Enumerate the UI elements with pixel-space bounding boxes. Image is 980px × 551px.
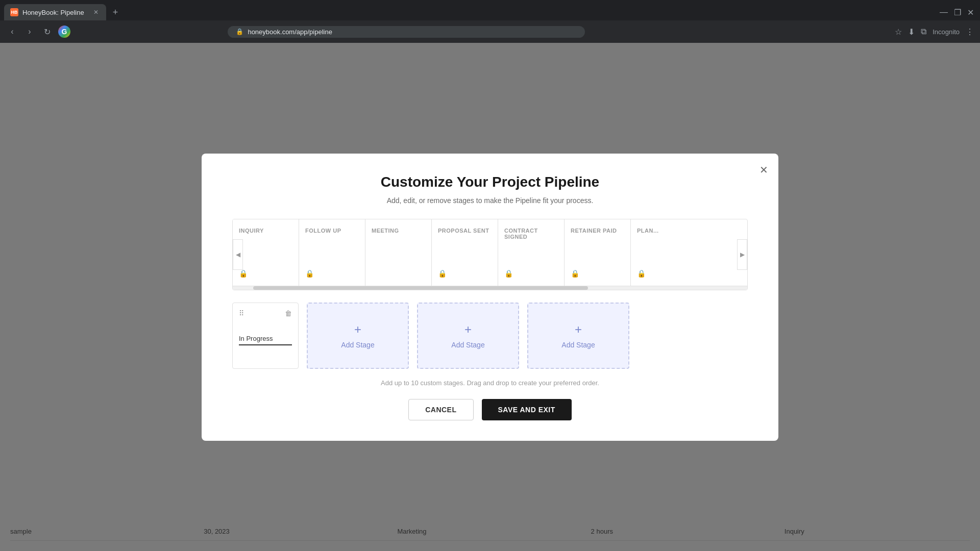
stage-name-label: PLAN... [637,228,691,234]
address-bar[interactable]: 🔒 honeybook.com/app/pipeline [228,26,585,38]
add-stage-plus-icon-3: + [575,322,582,337]
stage-name-label: CONTRACT SIGNED [504,228,558,240]
pipeline-stages-strip: ◀ INQUIRY 🔒 FOLLOW UP 🔒 MEETING PROPOSAL… [232,219,748,290]
new-tab-button[interactable]: + [108,5,122,19]
tab-title: HoneyBook: Pipeline [22,9,84,16]
add-stage-button-3[interactable]: + Add Stage [527,303,629,369]
modal-title: Customize Your Project Pipeline [232,174,748,190]
add-stage-label-1: Add Stage [341,341,374,349]
add-stage-plus-icon-2: + [464,322,472,337]
pipeline-stage-card: RETAINER PAID 🔒 [565,219,631,286]
stage-lock-icon: 🔒 [305,269,359,278]
url-text: honeybook.com/app/pipeline [248,28,332,36]
add-stage-label-3: Add Stage [561,341,595,349]
stage-name-label: PROPOSAL SENT [438,228,492,234]
stage-name-label: INQUIRY [239,228,292,234]
save-and-exit-button[interactable]: SAVE AND EXIT [482,399,572,420]
back-button[interactable]: ‹ [6,26,18,38]
download-button[interactable]: ⬇ [908,27,915,37]
pipeline-stage-card: PLAN... 🔒 [631,219,697,286]
ssl-lock-icon: 🔒 [236,28,243,35]
pipeline-stage-card: CONTRACT SIGNED 🔒 [498,219,565,286]
pipeline-stage-card: FOLLOW UP 🔒 [299,219,365,286]
window-close-button[interactable]: ✕ [967,8,974,17]
strip-scroll-left-button[interactable]: ◀ [233,239,243,270]
helper-text: Add up to 10 custom stages. Drag and dro… [232,379,748,387]
modal-overlay: ✕ Customize Your Project Pipeline Add, e… [0,43,980,551]
google-icon[interactable]: G [58,26,70,38]
add-stage-button-1[interactable]: + Add Stage [307,303,409,369]
add-stage-plus-icon-1: + [354,322,361,337]
stage-lock-icon: 🔒 [571,269,624,278]
stages-list: INQUIRY 🔒 FOLLOW UP 🔒 MEETING PROPOSAL S… [233,219,747,286]
bookmark-button[interactable]: ☆ [895,27,902,37]
maximize-button[interactable]: ❐ [954,8,961,17]
stage-lock-icon: 🔒 [438,269,492,278]
delete-stage-button[interactable]: 🗑 [285,309,292,317]
custom-stages-section: ⠿ 🗑 + Add Stage + Add Stage + Add Stage [232,303,748,369]
drag-handle-icon[interactable]: ⠿ [239,309,244,317]
stage-lock-icon: 🔒 [504,269,558,278]
modal-actions: CANCEL SAVE AND EXIT [232,399,748,420]
stage-edit-card: ⠿ 🗑 [232,303,299,369]
refresh-button[interactable]: ↻ [41,26,53,38]
incognito-label: Incognito [933,28,960,36]
cancel-button[interactable]: CANCEL [408,399,473,420]
strip-scrollbar[interactable] [233,286,747,290]
stage-lock-icon: 🔒 [239,269,292,278]
pipeline-stage-card: PROPOSAL SENT 🔒 [432,219,498,286]
pipeline-stage-card: MEETING [365,219,432,286]
menu-button[interactable]: ⋮ [966,27,974,37]
minimize-button[interactable]: — [940,8,948,17]
tab-close-button[interactable]: ✕ [92,8,100,16]
tab-favicon: HB [10,8,18,16]
modal-close-button[interactable]: ✕ [760,164,768,176]
stage-name-label: MEETING [372,228,425,234]
strip-scrollbar-thumb [253,286,587,290]
stage-name-input[interactable] [239,333,292,345]
modal-subtitle: Add, edit, or remove stages to make the … [232,196,748,205]
add-stage-label-2: Add Stage [451,341,484,349]
strip-scroll-right-button[interactable]: ▶ [737,239,747,270]
stage-lock-icon: 🔒 [637,269,691,278]
customize-pipeline-modal: ✕ Customize Your Project Pipeline Add, e… [202,154,778,441]
browser-tab[interactable]: HB HoneyBook: Pipeline ✕ [4,4,106,20]
forward-button[interactable]: › [23,26,36,38]
stage-name-label: RETAINER PAID [571,228,624,234]
add-stage-button-2[interactable]: + Add Stage [417,303,519,369]
extensions-button[interactable]: ⧉ [921,27,926,36]
stage-name-label: FOLLOW UP [305,228,359,234]
